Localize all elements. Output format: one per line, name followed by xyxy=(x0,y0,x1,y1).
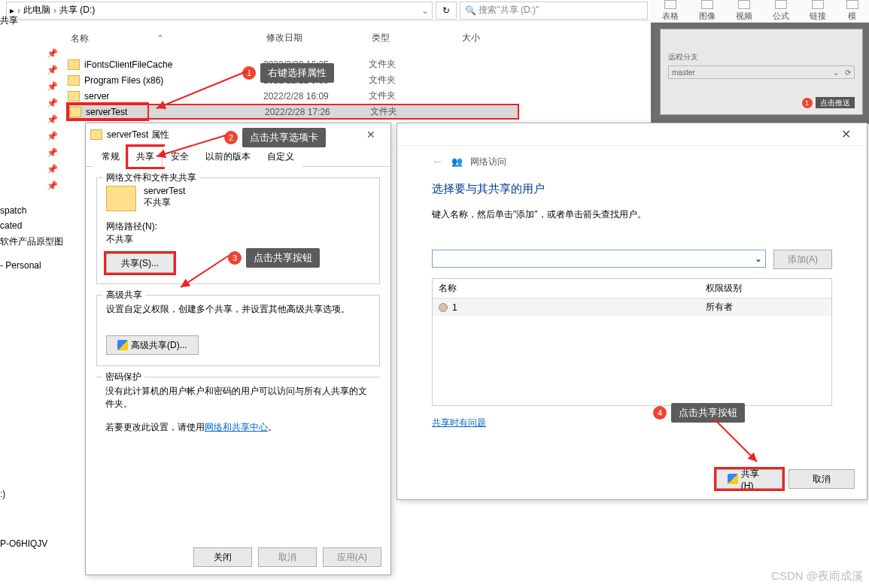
group-title: 高级共享 xyxy=(103,289,145,302)
pin-icon: 📌 xyxy=(0,111,64,128)
annotation-2: 2点击共享选项卡 xyxy=(224,128,326,147)
sidebar-item[interactable]: spatch xyxy=(0,203,64,218)
pin-icon: 📌 xyxy=(0,161,64,177)
network-center-link[interactable]: 网络和共享中心 xyxy=(205,422,268,432)
folder-icon-large xyxy=(106,186,136,211)
permission-table: 名称 权限级别 1 所有者 xyxy=(432,278,832,406)
tool-video[interactable]: 视频 xyxy=(736,0,752,22)
crumb-drive[interactable]: 共享 (D:) xyxy=(59,4,95,17)
pin-icon: 📌 xyxy=(0,45,64,62)
cancel-button[interactable]: 取消 xyxy=(258,547,317,567)
chevron-down-icon[interactable]: ⌄ xyxy=(421,5,429,16)
sidebar-item[interactable]: - Personal xyxy=(0,258,64,273)
col-name[interactable]: 名称 xyxy=(433,279,700,298)
share-confirm-button[interactable]: 共享(H) xyxy=(716,469,782,489)
crumb-pc[interactable]: 此电脑 xyxy=(23,4,50,17)
annotation-1: 1右键选择属性 xyxy=(242,63,334,83)
col-size[interactable]: 大小 xyxy=(459,30,534,47)
cancel-button[interactable]: 取消 xyxy=(788,469,855,489)
close-icon[interactable]: ✕ xyxy=(356,129,386,141)
folder-name: serverTest xyxy=(144,186,185,196)
folder-icon xyxy=(68,75,80,86)
share-button[interactable]: 共享(S)... xyxy=(106,253,174,273)
tool-table[interactable]: 表格 xyxy=(662,0,679,22)
group-text2: 若要更改此设置，请使用网络和共享中心。 xyxy=(105,421,371,434)
shield-icon xyxy=(728,474,738,484)
user-icon xyxy=(439,303,448,312)
col-perm[interactable]: 权限级别 xyxy=(700,279,748,298)
search-input[interactable]: 🔍 搜索"共享 (D:)" xyxy=(460,2,648,20)
chevron-down-icon[interactable]: ⌄ xyxy=(755,253,762,264)
dialog-heading: 选择要与其共享的用户 xyxy=(432,182,832,196)
search-icon: 🔍 xyxy=(465,5,476,16)
shield-icon xyxy=(117,340,128,350)
sidebar-item[interactable]: 软件产品原型图 xyxy=(0,233,64,250)
group-title: 网络文件和文件夹共享 xyxy=(103,171,199,184)
tab-general[interactable]: 常规 xyxy=(93,147,128,167)
sidebar-item[interactable]: :) xyxy=(0,489,5,499)
sidebar-item[interactable]: 共享 xyxy=(0,12,18,29)
advanced-share-button[interactable]: 高级共享(D)... xyxy=(106,335,199,355)
tab-security[interactable]: 安全 xyxy=(163,147,197,167)
close-icon[interactable]: ✕ xyxy=(831,127,861,141)
tab-custom[interactable]: 自定义 xyxy=(259,147,302,167)
perm-row[interactable]: 1 所有者 xyxy=(433,299,831,316)
sidebar-item[interactable]: P-O6HIQJV xyxy=(0,538,47,549)
user-combo[interactable]: ⌄ xyxy=(432,250,766,268)
sidebar-item[interactable]: cated xyxy=(0,218,64,233)
dialog-titlebar: ✕ xyxy=(397,123,867,146)
folder-icon xyxy=(69,107,81,117)
col-name[interactable]: 名称 xyxy=(71,32,89,45)
tab-share[interactable]: 共享 xyxy=(128,147,163,167)
users-icon: 👥 xyxy=(451,156,463,167)
annotation-4: 4点击共享按钮 xyxy=(653,403,745,423)
tool-formula[interactable]: 公式 xyxy=(773,0,789,22)
right-app-toolbar: 表格 图像 视频 公式 链接 模 xyxy=(651,0,869,23)
pin-icon: 📌 xyxy=(0,128,64,144)
add-button[interactable]: 添加(A) xyxy=(773,250,832,269)
trouble-link[interactable]: 共享时有问题 xyxy=(432,417,486,428)
dialog-crumb: ← 👥 网络访问 xyxy=(432,155,832,168)
refresh-button[interactable]: ↻ xyxy=(436,2,457,20)
pin-icon: 📌 xyxy=(0,95,64,111)
share-state: 不共享 xyxy=(144,196,185,209)
group-title: 密码保护 xyxy=(102,371,144,383)
properties-dialog: serverTest 属性 ✕ 常规 共享 安全 以前的版本 自定义 网络文件和… xyxy=(85,123,391,575)
group-text: 没有此计算机的用户帐户和密码的用户可以访问与所有人共享的文件夹。 xyxy=(105,385,371,411)
sort-icon[interactable]: ⌃ xyxy=(156,33,164,44)
folder-icon xyxy=(68,91,80,102)
col-type[interactable]: 类型 xyxy=(369,30,459,47)
netpath-value: 不共享 xyxy=(106,233,370,246)
back-icon[interactable]: ← xyxy=(432,155,444,168)
tabs: 常规 共享 安全 以前的版本 自定义 xyxy=(86,146,390,167)
tool-image[interactable]: 图像 xyxy=(699,0,716,22)
group-network-share: 网络文件和文件夹共享 serverTest 不共享 网络路径(N): 不共享 共… xyxy=(96,177,380,284)
apply-button[interactable]: 应用(A) xyxy=(323,547,381,567)
network-access-dialog: ✕ ← 👥 网络访问 选择要与其共享的用户 键入名称，然后单击"添加"，或者单击… xyxy=(397,123,867,500)
sidebar-labels: 共享 spatch cated 软件产品原型图 - Personal xyxy=(0,203,64,273)
netpath-label: 网络路径(N): xyxy=(106,220,370,233)
group-text: 设置自定义权限，创建多个共享，并设置其他高级共享选项。 xyxy=(106,303,370,316)
right-dark-inner: 远程分支 master ⌄ ⟳ 1 点击推送 xyxy=(660,29,863,115)
pin-icon: 📌 xyxy=(0,177,64,194)
pin-icon: 📌 xyxy=(0,144,64,161)
tab-previous[interactable]: 以前的版本 xyxy=(197,147,259,167)
annotation-3: 3点击共享按钮 xyxy=(228,248,320,268)
file-row[interactable]: server 2022/2/28 16:09 文件夹 xyxy=(68,88,519,104)
file-list-headers: 名称 ⌃ 修改日期 类型 大小 xyxy=(68,30,651,47)
group-password: 密码保护 没有此计算机的用户帐户和密码的用户可以访问与所有人共享的文件夹。 若要… xyxy=(96,377,380,434)
tool-link[interactable]: 链接 xyxy=(810,0,826,22)
dialog-subtext: 键入名称，然后单击"添加"，或者单击箭头查找用户。 xyxy=(432,208,832,221)
dialog-footer: 关闭 取消 应用(A) xyxy=(193,547,381,567)
col-date[interactable]: 修改日期 xyxy=(263,30,369,47)
group-advanced-share: 高级共享 设置自定义权限，创建多个共享，并设置其他高级共享选项。 高级共享(D)… xyxy=(96,295,380,366)
file-row-selected[interactable]: serverTest 2022/2/28 17:26 文件夹 xyxy=(68,104,519,120)
folder-icon xyxy=(90,129,102,140)
pin-icon: 📌 xyxy=(0,62,64,78)
dialog-title: serverTest 属性 xyxy=(107,129,169,141)
breadcrumb-path[interactable]: ▸ › 此电脑 › 共享 (D:) ⌄ xyxy=(6,2,433,20)
tool-more[interactable]: 模 xyxy=(846,0,858,22)
sidebar-pins: 📌 📌 📌 📌 📌 📌 📌 📌 📌 xyxy=(0,45,64,194)
close-button[interactable]: 关闭 xyxy=(193,547,252,567)
dialog-footer: 共享(H) 取消 xyxy=(716,469,855,489)
